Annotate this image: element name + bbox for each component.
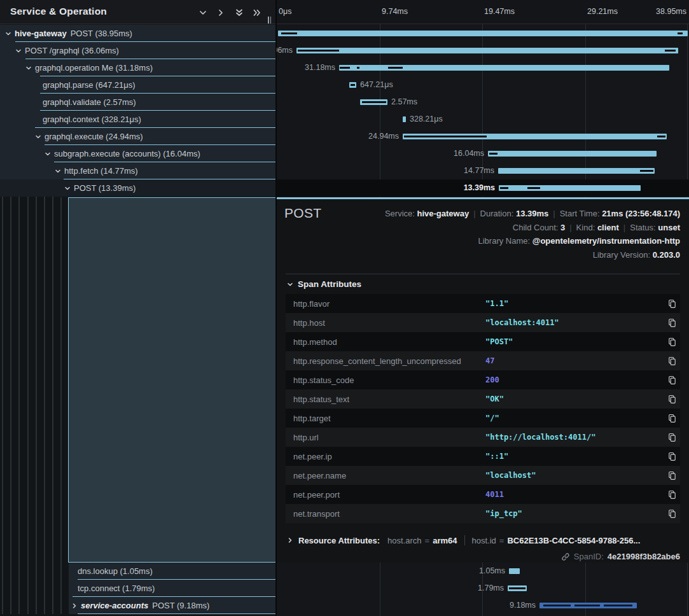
span-bar[interactable]	[509, 568, 520, 574]
bar-duration-label: 16.04ms	[454, 145, 484, 162]
library-name-value: @opentelemetry/instrumentation-http	[532, 236, 680, 246]
span-bar[interactable]	[339, 65, 669, 71]
bar-duration-label: 31.18ms	[305, 59, 335, 76]
copy-icon[interactable]	[664, 395, 680, 404]
span-row-post-graphql[interactable]: POST /graphql (36.06ms)	[0, 42, 275, 59]
expand-one-icon[interactable]	[216, 8, 226, 18]
chevron-down-icon[interactable]	[45, 151, 51, 157]
copy-icon[interactable]	[664, 318, 680, 328]
span-row-graphql-execute[interactable]: graphql.execute (24.94ms)	[0, 128, 275, 145]
span-id-row: SpanID: 4e21998f3b82abe6	[561, 552, 680, 561]
resource-attributes-header[interactable]: Resource Attributes:	[298, 536, 380, 545]
expand-all-icon[interactable]	[252, 8, 262, 18]
span-bar[interactable]	[488, 151, 657, 157]
panel-divider[interactable]	[275, 0, 277, 616]
attribute-key: http.target	[286, 414, 485, 423]
span-row-http-fetch[interactable]: http.fetch (14.77ms)	[0, 162, 275, 179]
span-row-graphql-parse[interactable]: graphql.parse (647.21μs)	[0, 76, 275, 94]
copy-icon[interactable]	[664, 452, 680, 461]
resource-key: host.id	[472, 536, 496, 545]
copy-icon[interactable]	[664, 490, 680, 500]
span-row-tcp-connect[interactable]: tcp.connect (1.79ms)	[69, 580, 275, 597]
copy-icon[interactable]	[664, 433, 680, 442]
resource-key: host.arch	[387, 536, 421, 545]
copy-icon[interactable]	[664, 414, 680, 423]
bar-duration-label: 1.79ms	[478, 580, 504, 597]
collapse-all-icon[interactable]	[234, 8, 244, 18]
chevron-down-icon[interactable]	[25, 65, 32, 71]
span-bar[interactable]	[360, 99, 387, 105]
indent-guide	[27, 145, 29, 614]
bar-duration-label: 9.18ms	[510, 597, 536, 614]
attribute-key: net.peer.name	[286, 471, 485, 480]
chevron-down-icon[interactable]	[5, 31, 11, 37]
span-row-graphql-validate[interactable]: graphql.validate (2.57ms)	[0, 94, 275, 111]
span-bar[interactable]	[498, 168, 655, 174]
copy-icon[interactable]	[664, 471, 680, 480]
span-row-post-selected[interactable]: POST (13.39ms)	[0, 179, 275, 197]
attribute-value: "::1"	[485, 452, 664, 461]
section-title: Span Attributes	[298, 279, 361, 289]
attribute-key: http.flavor	[286, 299, 485, 309]
span-tree-panel: hive-gateway POST (38.95ms) POST /graphq…	[0, 0, 275, 616]
chevron-down-icon[interactable]	[55, 168, 61, 174]
span-bar[interactable]	[349, 82, 356, 88]
panel-resize-handle[interactable]	[268, 17, 272, 24]
span-bar[interactable]	[403, 134, 667, 139]
library-version-label: Library Version:	[593, 250, 650, 260]
panel-title: Service & Operation	[10, 6, 107, 17]
resource-attributes-row: Resource Attributes: host.arch = arm64 h…	[287, 535, 640, 545]
bar-duration-label: 13.39ms	[464, 179, 495, 197]
span-attributes-header[interactable]: Span Attributes	[287, 279, 361, 289]
copy-icon[interactable]	[664, 509, 680, 519]
span-row-subgraph-execute[interactable]: subgraph.execute (accounts) (16.04ms)	[0, 145, 275, 162]
attribute-value: "localhost:4011"	[485, 318, 664, 327]
span-bar[interactable]	[539, 603, 637, 608]
span-label: http.fetch (14.77ms)	[64, 166, 138, 176]
collapse-one-icon[interactable]	[198, 8, 208, 18]
status-value: unset	[658, 223, 680, 232]
attribute-value: "http://localhost:4011/"	[485, 433, 664, 442]
attribute-row: http.url"http://localhost:4011/"	[286, 428, 680, 447]
link-icon[interactable]	[561, 552, 570, 561]
copy-icon[interactable]	[664, 356, 680, 366]
attribute-value: "1.1"	[485, 299, 664, 308]
span-label: graphql.parse (647.21μs)	[43, 80, 136, 90]
span-id-value: 4e21998f3b82abe6	[608, 552, 680, 561]
divider	[464, 535, 465, 545]
chevron-right-icon	[287, 537, 293, 543]
span-label: POST (38.95ms)	[71, 29, 132, 38]
selected-span-detail-spacer	[68, 197, 275, 563]
chevron-right-icon[interactable]	[71, 603, 78, 609]
span-row-service-accounts-post[interactable]: service-accounts POST (9.18ms)	[69, 597, 275, 614]
attribute-row: net.peer.port4011	[286, 485, 680, 504]
span-bar[interactable]	[296, 48, 678, 53]
axis-tick: 19.47ms	[484, 7, 515, 16]
span-label: graphql.execute (24.94ms)	[45, 132, 143, 141]
span-detail-panel: POST Service: hive-gateway|Duration: 13.…	[277, 197, 689, 563]
span-row-hive-gateway-post[interactable]: hive-gateway POST (38.95ms)	[0, 25, 275, 42]
span-bar[interactable]	[499, 185, 641, 191]
axis-tick: 9.74ms	[382, 7, 408, 16]
span-bar[interactable]	[278, 31, 688, 36]
attribute-value: "localhost"	[485, 471, 664, 480]
chevron-down-icon[interactable]	[64, 185, 71, 192]
span-bar[interactable]	[508, 585, 527, 591]
span-row-graphql-context[interactable]: graphql.context (328.21μs)	[0, 111, 275, 128]
span-row-dns-lookup[interactable]: dns.lookup (1.05ms)	[69, 563, 275, 580]
service-label: Service:	[385, 209, 415, 218]
copy-icon[interactable]	[664, 375, 680, 385]
attribute-row: http.flavor"1.1"	[286, 294, 680, 313]
span-bar[interactable]	[403, 116, 406, 122]
chevron-down-icon[interactable]	[15, 48, 22, 54]
span-label: graphql.context (328.21μs)	[43, 115, 141, 124]
child-count-label: Child Count:	[513, 223, 559, 232]
chevron-down-icon[interactable]	[35, 134, 41, 140]
attribute-key: http.status_code	[286, 375, 485, 385]
bar-duration-label: 1.05ms	[479, 563, 505, 580]
copy-icon[interactable]	[664, 299, 680, 309]
start-time-label: Start Time:	[560, 209, 600, 218]
span-row-graphql-operation[interactable]: graphql.operation Me (31.18ms)	[0, 59, 275, 76]
attribute-row: net.peer.name"localhost"	[286, 466, 680, 485]
copy-icon[interactable]	[664, 337, 680, 347]
